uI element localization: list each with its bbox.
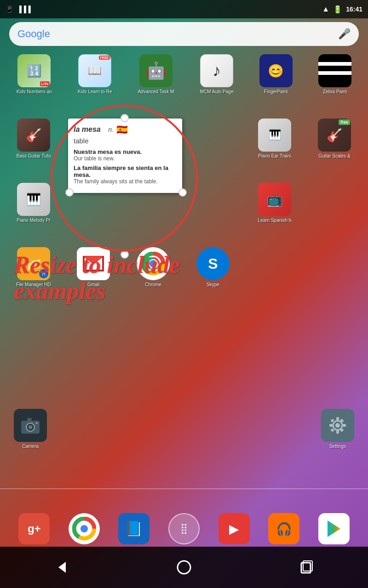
app-label: Zebra Paint [323,89,347,94]
mic-icon[interactable]: 🎤 [338,28,351,40]
app-settings[interactable]: Settings [321,409,354,449]
battery-icon: 🔋 [333,5,342,14]
widget-card: la mesa n. 🇪🇸 table Nuestra mesa es nuev… [68,119,182,193]
app-learn-spanish[interactable]: 📺 Learn Spanish b [245,183,305,223]
app-guitar-scales[interactable]: free 🎸 Guitar Scales & [305,119,364,158]
app-label: Piano Ear Traini [258,153,291,158]
dock: g+ 📘 ⣿ ▶ 🎧 [0,513,368,544]
app-fingerpaint[interactable]: 😊 FingerPaint [259,54,293,94]
widget-example2-en: The family always sits at the table. [74,178,177,185]
widget-flag: 🇪🇸 [116,124,128,135]
dock-launcher[interactable]: ⣿ [168,513,200,544]
status-bar: 📱 ▐▐▐ ▲ 🔋 16:41 [0,0,368,18]
dock-chrome[interactable] [69,513,100,544]
app-zebra-paint[interactable]: Zebra Paint [318,54,351,94]
notification-icon: 📱 [6,6,13,13]
app-label: Piano Melody Pr [17,218,50,223]
svg-rect-2 [83,256,85,271]
svg-rect-22 [336,417,339,420]
signal-bars-icon: ▐▐▐ [17,6,31,13]
app-label: Gmail [87,282,99,287]
app-row-1: 🔢 LiTe Kids Numbers an 📖 FREE Kids Learn… [0,54,368,94]
clock: 16:41 [346,6,362,13]
app-label: Bass Guitar Tuto [17,153,51,158]
app-label: Settings [329,444,346,449]
app-label: Guitar Scales & [318,153,350,158]
svg-point-16 [29,425,32,429]
widget-example1-es: Nuestra mesa es nueva. [74,148,177,155]
app-bass-guitar[interactable]: 🎸 Bass Guitar Tuto [4,119,63,158]
svg-point-18 [36,422,38,424]
svg-point-11 [150,260,157,267]
status-icons-left: 📱 ▐▐▐ [6,6,31,13]
widget-example1-en: Our table is new. [74,155,177,162]
app-label: Skype [207,282,219,287]
app-skype[interactable]: S Skype [183,247,243,287]
back-button[interactable] [53,559,69,576]
svg-rect-17 [27,418,32,421]
app-kids-numbers[interactable]: 🔢 LiTe Kids Numbers an [17,54,52,94]
app-label: Advanced Task M [138,89,174,94]
app-chrome[interactable]: Chrome [123,247,183,287]
svg-rect-25 [343,424,346,427]
app-label: Camera [22,444,39,449]
dock-music[interactable]: 🎧 [268,513,299,544]
search-logo: Google [17,28,338,40]
app-label: Kids Learn to Re [78,89,112,94]
app-label: MCM Auto Page [200,89,234,94]
status-icons-right: ▲ 🔋 16:41 [322,5,362,14]
app-label: File Manager HD [16,282,51,287]
home-button[interactable] [176,559,192,576]
svg-rect-24 [329,424,333,427]
svg-rect-4 [83,270,104,271]
search-bar[interactable]: Google 🎤 [9,22,359,46]
resize-handle-left[interactable] [65,188,74,197]
widget-pos: n. [108,126,114,133]
dock-separator [0,488,368,489]
resize-handle-right[interactable] [178,188,187,197]
app-camera[interactable]: Camera [14,409,47,449]
recents-button[interactable] [299,559,315,576]
resize-handle-top[interactable] [121,114,129,122]
svg-rect-3 [102,256,104,271]
app-advanced-task[interactable]: 🤖 Advanced Task M [138,54,174,94]
app-piano-ear[interactable]: 🎹 Piano Ear Traini [245,119,305,158]
svg-point-36 [178,561,190,574]
dock-playbooks[interactable]: 📘 [118,513,150,544]
dock-google-plus[interactable]: g+ [18,513,50,544]
nav-bar [0,547,368,588]
app-kids-learn[interactable]: 📖 FREE Kids Learn to Re [78,54,112,94]
app-file-manager[interactable]: 📁 H File Manager HD [4,247,63,287]
widget-word: la mesa [74,125,101,134]
app-label: Chrome [145,282,161,287]
svg-marker-35 [58,562,66,573]
app-mcm[interactable]: ♪ MCM Auto Page [200,54,234,94]
resize-handle-bottom[interactable] [121,250,129,259]
app-row-5: Camera Settings [0,409,368,449]
wifi-icon: ▲ [322,5,329,13]
dock-play-store[interactable] [318,513,350,544]
dock-movies[interactable]: ▶ [218,513,250,544]
app-label: FingerPaint [264,89,288,94]
app-row-4: 📁 H File Manager HD Gmail [0,247,368,287]
svg-point-21 [335,423,340,428]
app-label: Kids Numbers an [17,89,52,94]
app-row-2: 🎸 Bass Guitar Tuto 🎹 Piano Ear Traini fr… [0,119,368,158]
app-gmail[interactable]: Gmail [63,247,123,287]
app-label: Learn Spanish b [258,218,292,223]
svg-point-32 [80,525,88,532]
svg-rect-23 [336,430,339,434]
widget-example2-es: La familia siempre se sienta en la mesa. [74,164,177,178]
app-piano-melody[interactable]: 🎹 Piano Melody Pr [4,183,63,223]
widget-translation: table [74,137,177,145]
